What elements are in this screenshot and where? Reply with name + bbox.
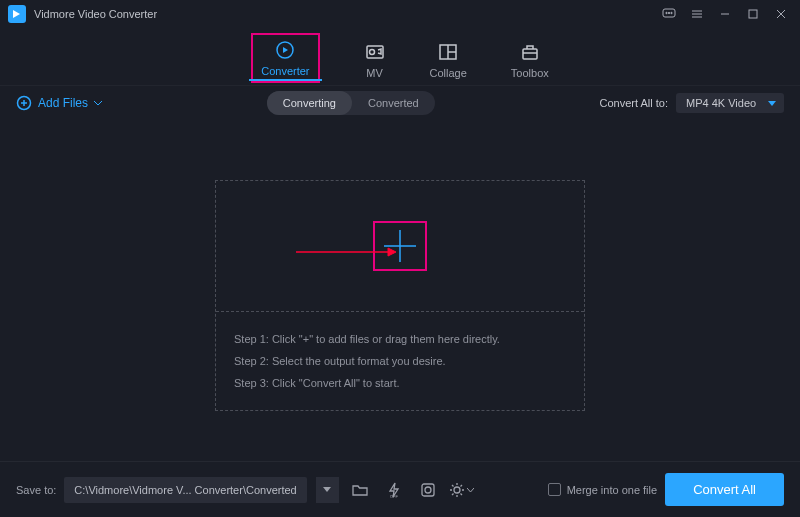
status-segment: Converting Converted [267,91,435,115]
mv-icon [364,41,386,63]
svg-point-27 [425,487,431,493]
tab-converted[interactable]: Converted [352,91,435,115]
svg-rect-26 [422,484,434,496]
annotation-arrow [296,243,396,261]
tab-converting[interactable]: Converting [267,91,352,115]
hardware-accel-button[interactable]: OFF [381,477,407,503]
app-logo-icon [8,5,26,23]
svg-point-13 [369,50,374,55]
minimize-button[interactable] [714,3,736,25]
merge-label: Merge into one file [567,484,658,496]
step-2-text: Step 2: Select the output format you des… [234,350,566,372]
chevron-down-icon [94,101,102,106]
open-folder-button[interactable] [347,477,373,503]
drop-zone[interactable]: Step 1: Click "+" to add files or drag t… [215,180,585,411]
app-title: Vidmore Video Converter [34,8,157,20]
footer-bar: Save to: C:\Vidmore\Vidmore V... Convert… [0,461,800,517]
add-files-button[interactable]: Add Files [16,95,102,111]
svg-point-1 [666,12,667,13]
feedback-icon[interactable] [658,3,680,25]
save-path-dropdown[interactable] [315,477,339,503]
main-tabs: Converter MV Collage Toolbox [0,28,800,86]
svg-rect-17 [523,49,537,59]
tab-label: Converter [261,65,309,77]
convert-all-to-label: Convert All to: [600,97,668,109]
instructions: Step 1: Click "+" to add files or drag t… [216,311,584,410]
toolbox-icon [519,41,541,63]
tab-label: Toolbox [511,67,549,79]
step-3-text: Step 3: Click "Convert All" to start. [234,372,566,394]
convert-all-button[interactable]: Convert All [665,473,784,506]
svg-point-2 [668,12,669,13]
format-select[interactable]: MP4 4K Video [676,93,784,113]
tab-label: Collage [430,67,467,79]
step-1-text: Step 1: Click "+" to add files or drag t… [234,328,566,350]
main-area: Step 1: Click "+" to add files or drag t… [0,120,800,461]
close-button[interactable] [770,3,792,25]
collage-icon [437,41,459,63]
add-files-label: Add Files [38,96,88,110]
tab-mv[interactable]: MV [364,41,386,85]
checkbox-box [548,483,561,496]
tab-toolbox[interactable]: Toolbox [511,41,549,85]
merge-checkbox[interactable]: Merge into one file [548,483,658,496]
save-to-label: Save to: [16,484,56,496]
svg-point-28 [454,487,460,493]
svg-text:OFF: OFF [390,494,399,498]
menu-icon[interactable] [686,3,708,25]
sub-toolbar: Add Files Converting Converted Convert A… [0,86,800,120]
titlebar: Vidmore Video Converter [0,0,800,28]
settings-button[interactable] [449,477,475,503]
tab-converter[interactable]: Converter [251,33,319,83]
save-path-field[interactable]: C:\Vidmore\Vidmore V... Converter\Conver… [64,477,306,503]
converter-icon [274,39,296,61]
tab-label: MV [366,67,383,79]
task-schedule-button[interactable] [415,477,441,503]
svg-point-3 [671,12,672,13]
svg-rect-8 [749,10,757,18]
tab-collage[interactable]: Collage [430,41,467,85]
maximize-button[interactable] [742,3,764,25]
